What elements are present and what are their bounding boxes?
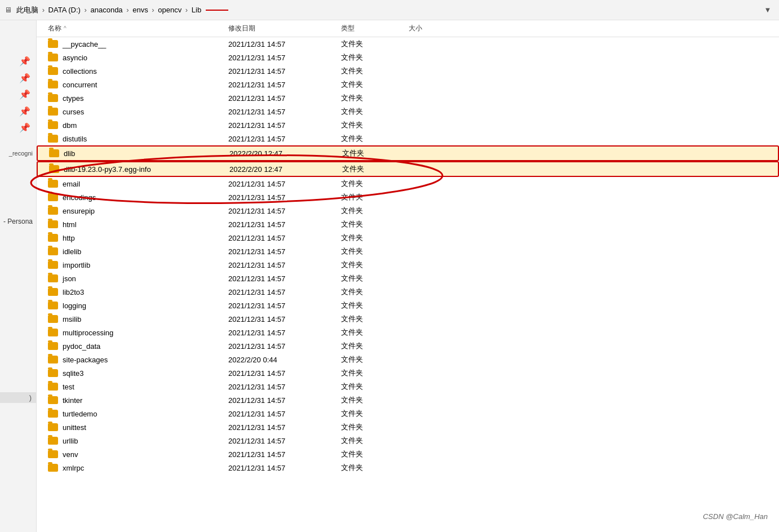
table-row[interactable]: importlib 2021/12/31 14:57 文件夹 — [37, 258, 779, 272]
table-row[interactable]: encodings 2021/12/31 14:57 文件夹 — [37, 190, 779, 204]
folder-icon — [48, 94, 58, 102]
file-name-cell: pydoc_data — [48, 342, 228, 351]
table-row[interactable]: tkinter 2021/12/31 14:57 文件夹 — [37, 393, 779, 407]
file-name: dlib — [64, 149, 75, 158]
file-date: 2021/12/31 14:57 — [228, 247, 341, 256]
address-path: 此电脑 › DATA (D:) › anaconda › envs › open… — [16, 5, 759, 15]
table-row[interactable]: dlib-19.23.0-py3.7.egg-info 2022/2/20 12… — [37, 161, 779, 177]
sidebar-persona-label: - Persona — [3, 218, 36, 225]
file-name-cell: site-packages — [48, 356, 228, 364]
file-name: lib2to3 — [63, 288, 84, 296]
table-row[interactable]: turtledemo 2021/12/31 14:57 文件夹 — [37, 407, 779, 420]
table-row[interactable]: ctypes 2021/12/31 14:57 文件夹 — [37, 91, 779, 105]
table-row[interactable]: venv 2021/12/31 14:57 文件夹 — [37, 447, 779, 461]
file-type: 文件夹 — [341, 395, 409, 405]
file-name-cell: tkinter — [48, 396, 228, 405]
table-row[interactable]: unittest 2021/12/31 14:57 文件夹 — [37, 420, 779, 434]
file-type: 文件夹 — [341, 246, 409, 256]
file-name: venv — [63, 450, 78, 459]
table-row[interactable]: dlib 2022/2/20 12:47 文件夹 — [37, 145, 779, 161]
file-date: 2021/12/31 14:57 — [228, 121, 341, 130]
file-date: 2021/12/31 14:57 — [228, 437, 341, 445]
table-row[interactable]: dbm 2021/12/31 14:57 文件夹 — [37, 118, 779, 132]
file-type: 文件夹 — [341, 463, 409, 473]
file-date: 2021/12/31 14:57 — [228, 135, 341, 143]
table-row[interactable]: curses 2021/12/31 14:57 文件夹 — [37, 105, 779, 118]
table-row[interactable]: pydoc_data 2021/12/31 14:57 文件夹 — [37, 339, 779, 353]
dropdown-button[interactable]: ▼ — [761, 3, 774, 17]
file-type: 文件夹 — [341, 219, 409, 229]
pin-icon-3[interactable]: 📌 — [19, 87, 30, 102]
file-date: 2021/12/31 14:57 — [228, 234, 341, 242]
table-row[interactable]: multiprocessing 2021/12/31 14:57 文件夹 — [37, 326, 779, 339]
file-type: 文件夹 — [341, 354, 409, 365]
table-row[interactable]: xmlrpc 2021/12/31 14:57 文件夹 — [37, 461, 779, 475]
table-row[interactable]: test 2021/12/31 14:57 文件夹 — [37, 380, 779, 393]
file-name-cell: urllib — [48, 437, 228, 445]
file-type: 文件夹 — [341, 66, 409, 76]
file-name: dbm — [63, 121, 77, 130]
pin-icon-5[interactable]: 📌 — [19, 121, 30, 135]
file-date: 2022/2/20 12:47 — [229, 165, 342, 174]
file-name-cell: multiprocessing — [48, 329, 228, 337]
file-date: 2021/12/31 14:57 — [228, 220, 341, 229]
file-date: 2021/12/31 14:57 — [228, 54, 341, 62]
file-type: 文件夹 — [341, 341, 409, 351]
col-header-name[interactable]: 名称 ^ — [48, 24, 228, 33]
file-name-cell: html — [48, 220, 228, 229]
table-row[interactable]: asyncio 2021/12/31 14:57 文件夹 — [37, 51, 779, 64]
folder-icon — [48, 67, 58, 75]
file-name: http — [63, 234, 75, 242]
folder-icon — [48, 423, 58, 431]
table-row[interactable]: email 2021/12/31 14:57 文件夹 — [37, 177, 779, 190]
folder-icon — [48, 288, 58, 296]
file-type: 文件夹 — [341, 192, 409, 202]
table-row[interactable]: ensurepip 2021/12/31 14:57 文件夹 — [37, 204, 779, 218]
table-row[interactable]: distutils 2021/12/31 14:57 文件夹 — [37, 132, 779, 145]
table-row[interactable]: json 2021/12/31 14:57 文件夹 — [37, 272, 779, 285]
table-row[interactable]: concurrent 2021/12/31 14:57 文件夹 — [37, 78, 779, 91]
table-row[interactable]: idlelib 2021/12/31 14:57 文件夹 — [37, 245, 779, 258]
sidebar-close-paren: ) — [0, 392, 36, 403]
file-date: 2022/2/20 12:47 — [229, 149, 342, 158]
col-header-modified[interactable]: 修改日期 — [228, 24, 341, 33]
pin-icon-2[interactable]: 📌 — [19, 71, 30, 86]
folder-icon — [48, 342, 58, 350]
watermark: CSDN @Calm_Han — [703, 512, 768, 521]
file-date: 2021/12/31 14:57 — [228, 396, 341, 405]
col-header-size[interactable]: 大小 — [409, 24, 465, 33]
table-row[interactable]: sqlite3 2021/12/31 14:57 文件夹 — [37, 366, 779, 380]
table-row[interactable]: urllib 2021/12/31 14:57 文件夹 — [37, 434, 779, 447]
file-name: dlib-19.23.0-py3.7.egg-info — [64, 165, 151, 174]
folder-icon — [48, 108, 58, 116]
file-name: tkinter — [63, 396, 82, 405]
file-name: concurrent — [63, 81, 97, 89]
pin-icon-4[interactable]: 📌 — [19, 104, 30, 119]
file-name-cell: turtledemo — [48, 410, 228, 418]
file-name: email — [63, 180, 80, 188]
file-date: 2021/12/31 14:57 — [228, 180, 341, 188]
file-date: 2021/12/31 14:57 — [228, 40, 341, 48]
table-row[interactable]: lib2to3 2021/12/31 14:57 文件夹 — [37, 285, 779, 299]
pin-icon-1[interactable]: 📌 — [19, 54, 30, 69]
file-type: 文件夹 — [341, 93, 409, 103]
file-type: 文件夹 — [341, 134, 409, 144]
file-date: 2021/12/31 14:57 — [228, 383, 341, 391]
table-row[interactable]: __pycache__ 2021/12/31 14:57 文件夹 — [37, 37, 779, 51]
file-name: distutils — [63, 135, 87, 143]
file-rows-container: __pycache__ 2021/12/31 14:57 文件夹 asyncio… — [37, 37, 779, 475]
file-date: 2021/12/31 14:57 — [228, 193, 341, 202]
table-row[interactable]: http 2021/12/31 14:57 文件夹 — [37, 231, 779, 245]
file-name-cell: dbm — [48, 121, 228, 130]
file-type: 文件夹 — [341, 314, 409, 324]
file-date: 2021/12/31 14:57 — [228, 450, 341, 459]
file-name-cell: dlib-19.23.0-py3.7.egg-info — [49, 165, 229, 174]
table-row[interactable]: msilib 2021/12/31 14:57 文件夹 — [37, 312, 779, 326]
table-row[interactable]: collections 2021/12/31 14:57 文件夹 — [37, 64, 779, 78]
address-bar[interactable]: 🖥 此电脑 › DATA (D:) › anaconda › envs › op… — [0, 0, 779, 20]
table-row[interactable]: logging 2021/12/31 14:57 文件夹 — [37, 299, 779, 312]
file-date: 2021/12/31 14:57 — [228, 274, 341, 283]
col-header-type[interactable]: 类型 — [341, 24, 409, 33]
table-row[interactable]: site-packages 2022/2/20 0:44 文件夹 — [37, 353, 779, 366]
table-row[interactable]: html 2021/12/31 14:57 文件夹 — [37, 218, 779, 231]
